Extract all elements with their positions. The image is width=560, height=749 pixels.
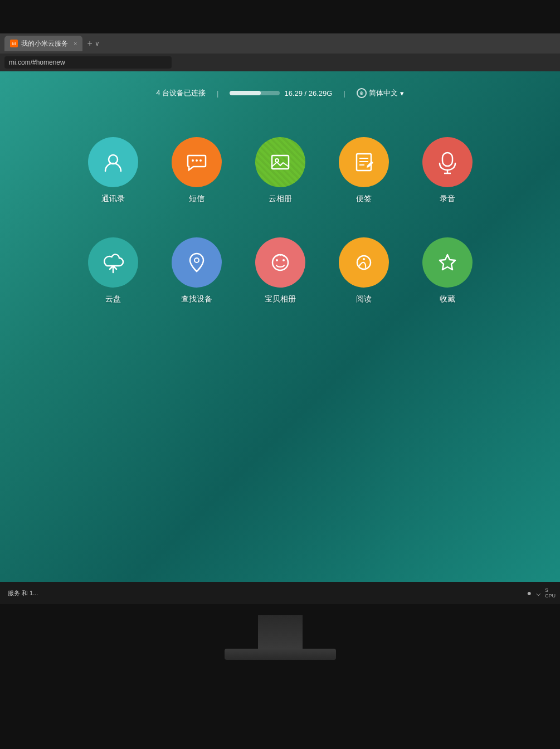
taskbar: 服务 和 1... ● ⌵ SCPU	[0, 582, 560, 604]
find-device-label: 查找设备	[181, 294, 212, 304]
progress-bar-fill	[230, 91, 261, 95]
storage-progress: 16.29 / 26.29G	[230, 89, 332, 98]
notes-label: 便签	[356, 194, 372, 204]
svg-point-15	[272, 255, 288, 270]
cloud-album-icon	[255, 137, 305, 187]
app-item-cloud-album[interactable]: 云相册	[247, 137, 314, 226]
baby-album-icon	[255, 237, 305, 288]
storage-text: 16.29 / 26.29G	[284, 89, 332, 98]
reading-icon	[339, 237, 389, 288]
progress-bar-track	[230, 91, 280, 95]
baby-album-label: 宝贝相册	[265, 294, 296, 304]
system-tray: ● ⌵ SCPU	[527, 587, 556, 599]
find-device-icon	[172, 237, 222, 288]
bottom-bezel	[0, 604, 560, 749]
favorites-icon	[422, 237, 473, 288]
tab-title: 我的小米云服务	[21, 39, 68, 48]
cloud-album-label: 云相册	[269, 194, 292, 204]
svg-rect-10	[442, 153, 452, 166]
svg-point-0	[109, 155, 118, 164]
browser-chrome: M 我的小米云服务 × + ∨	[0, 33, 560, 71]
app-item-contacts[interactable]: 通讯录	[80, 137, 147, 226]
tab-close-button[interactable]: ×	[74, 40, 77, 47]
language-icon: ⊕	[357, 88, 367, 98]
reading-label: 阅读	[356, 294, 372, 304]
notes-icon	[339, 137, 389, 187]
app-item-recorder[interactable]: 录音	[414, 137, 481, 226]
devices-text: 4 台设备已连接	[156, 88, 206, 98]
svg-point-14	[194, 258, 199, 262]
tray-icon-1: ●	[527, 588, 532, 597]
contacts-icon	[88, 137, 138, 187]
taskbar-item-services[interactable]: 服务 和 1...	[4, 588, 41, 599]
recorder-label: 录音	[440, 194, 455, 204]
svg-point-19	[363, 258, 365, 260]
divider1: |	[217, 89, 218, 98]
favorites-label: 收藏	[440, 294, 455, 304]
svg-point-1	[192, 159, 194, 162]
url-input[interactable]	[4, 56, 172, 69]
app-grid: 通讯录 短信 云相册	[80, 137, 481, 327]
app-item-favorites[interactable]: 收藏	[414, 237, 481, 327]
language-chevron: ▾	[400, 89, 404, 98]
language-selector[interactable]: ⊕ 简体中文 ▾	[357, 88, 404, 98]
monitor-base	[225, 649, 336, 660]
tab-bar: M 我的小米云服务 × + ∨	[0, 33, 560, 54]
sms-label: 短信	[189, 194, 204, 204]
taskbar-left: 服务 和 1...	[4, 588, 41, 599]
tab-chevron-button[interactable]: ∨	[95, 40, 100, 47]
recorder-icon	[422, 137, 473, 187]
app-item-find-device[interactable]: 查找设备	[163, 237, 230, 327]
tab-favicon: M	[10, 40, 18, 47]
top-bezel	[0, 0, 560, 33]
svg-point-17	[283, 259, 285, 261]
language-text: 简体中文	[369, 88, 398, 98]
divider2: |	[343, 89, 345, 98]
app-item-baby-album[interactable]: 宝贝相册	[247, 237, 314, 327]
browser-tab[interactable]: M 我的小米云服务 ×	[4, 36, 82, 51]
app-item-sms[interactable]: 短信	[163, 137, 230, 226]
new-tab-button[interactable]: +	[87, 38, 92, 48]
svg-rect-4	[272, 155, 289, 169]
info-bar: 4 台设备已连接 | 16.29 / 26.29G | ⊕ 简体中文 ▾	[156, 88, 404, 98]
tray-icon-2: ⌵	[536, 588, 540, 597]
svg-point-2	[196, 159, 198, 162]
tray-cpu-text: SCPU	[545, 587, 556, 599]
cloud-drive-label: 云盘	[105, 294, 121, 304]
contacts-label: 通讯录	[101, 194, 125, 204]
monitor-stand	[258, 615, 303, 649]
address-bar	[0, 54, 560, 71]
svg-point-3	[199, 159, 202, 162]
svg-point-16	[276, 259, 278, 261]
sms-icon	[172, 137, 222, 187]
screen-content: 4 台设备已连接 | 16.29 / 26.29G | ⊕ 简体中文 ▾ 通讯	[0, 71, 560, 582]
app-item-cloud-drive[interactable]: 云盘	[80, 237, 147, 327]
app-item-reading[interactable]: 阅读	[330, 237, 397, 327]
app-item-notes[interactable]: 便签	[330, 137, 397, 226]
cloud-drive-icon	[88, 237, 138, 288]
